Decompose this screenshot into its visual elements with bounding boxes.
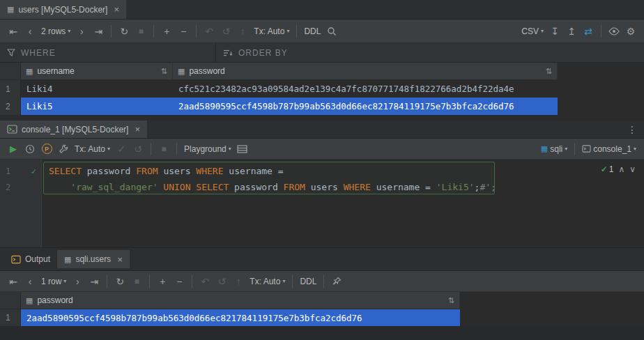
previous-page-button[interactable]: ‹ xyxy=(22,274,38,289)
rows-count-label: 2 rows xyxy=(41,26,66,36)
order-by-icon xyxy=(223,49,233,57)
add-row-button[interactable]: + xyxy=(155,274,170,289)
sort-toggle-icon[interactable]: ⇅ xyxy=(546,67,552,76)
export-format-selector[interactable]: CSV ▾ xyxy=(519,24,546,39)
submit-icon[interactable]: ↑ xyxy=(231,274,246,289)
order-by-input[interactable] xyxy=(238,48,637,58)
revert-icon[interactable]: ↶ xyxy=(197,274,213,289)
cell-username[interactable]: Liki5 xyxy=(21,98,173,115)
sort-toggle-icon[interactable]: ⇅ xyxy=(161,67,167,76)
parameters-icon[interactable]: P xyxy=(39,141,54,157)
rollback-icon[interactable]: ↺ xyxy=(130,141,146,157)
submit-icon[interactable]: ↑ xyxy=(235,24,250,39)
settings-gear-icon[interactable]: ⚙ xyxy=(623,24,638,39)
sql-line-1[interactable]: SELECT password FROM users WHERE usernam… xyxy=(42,163,644,179)
tx-mode-selector[interactable]: Tx: Auto ▾ xyxy=(252,24,291,39)
delete-row-button[interactable]: − xyxy=(176,24,191,39)
reload-data-icon[interactable]: ↻ xyxy=(116,24,132,39)
data-grid-toolbar: ⇤ ‹ 2 rows ▾ › ⇥ ↻ ■ + − ↶ ↺ ↑ Tx: Auto … xyxy=(0,20,644,43)
sql-keyword: SELECT xyxy=(49,166,82,176)
sort-toggle-icon[interactable]: ⇅ xyxy=(448,296,454,305)
chevron-down-icon: ▾ xyxy=(634,146,636,152)
schema-label: sqli xyxy=(550,144,562,154)
sql-line-2[interactable]: 'raw_sql_danger' UNION SELECT password F… xyxy=(42,179,644,195)
tab-console-1[interactable]: console_1 [MySQL5-Docker] × xyxy=(0,121,147,138)
page-size-selector[interactable]: 1 row ▾ xyxy=(39,274,68,289)
commit-icon[interactable]: ✓ xyxy=(114,141,129,157)
stop-icon[interactable]: ■ xyxy=(133,24,148,39)
result-grid-empty-area xyxy=(0,326,644,340)
schema-selector[interactable]: ▦ sqli ▾ xyxy=(539,141,569,157)
tab-result-sqli-users[interactable]: ▦ sqli.users × xyxy=(57,250,130,268)
export-data-icon[interactable]: ↧ xyxy=(547,24,562,39)
code-area[interactable]: SELECT password FROM users WHERE usernam… xyxy=(42,160,644,247)
in-editor-results-icon[interactable] xyxy=(235,141,250,157)
column-header-password[interactable]: ▦ password ⇅ xyxy=(21,292,460,309)
cell-password[interactable]: 2aad5890595ccf4598b787b99ab563d0d66ec821… xyxy=(21,309,460,326)
statement-count: 1 xyxy=(609,164,614,174)
add-row-button[interactable]: + xyxy=(159,24,174,39)
execute-button[interactable]: ▶ xyxy=(6,141,21,157)
rows-count-label: 1 row xyxy=(41,277,61,286)
rollback-icon[interactable]: ↺ xyxy=(214,274,229,289)
rollback-icon[interactable]: ↺ xyxy=(218,24,233,39)
revert-icon[interactable]: ↶ xyxy=(201,24,217,39)
next-result-icon[interactable]: ∨ xyxy=(629,164,636,174)
stop-icon[interactable]: ■ xyxy=(129,274,144,289)
console-icon xyxy=(582,145,591,153)
first-page-button[interactable]: ⇤ xyxy=(6,24,21,39)
cell-username[interactable]: Liki4 xyxy=(21,80,173,98)
last-page-button[interactable]: ⇥ xyxy=(91,24,106,39)
settings-wrench-icon[interactable] xyxy=(56,141,71,157)
ddl-button[interactable]: DDL xyxy=(302,24,323,39)
result-table-row-selected[interactable]: 1 2aad5890595ccf4598b787b99ab563d0d66ec8… xyxy=(0,309,460,326)
previous-result-icon[interactable]: ∧ xyxy=(618,164,624,174)
delete-row-button[interactable]: − xyxy=(171,274,187,289)
session-selector[interactable]: console_1 ▾ xyxy=(580,141,638,157)
sql-comment: #'; xyxy=(480,182,496,192)
sql-editor[interactable]: 1 ✓ 2 SELECT password FROM users WHERE u… xyxy=(0,160,644,247)
table-row-selected[interactable]: 2 Liki5 2aad5890595ccf4598b787b99ab563d0… xyxy=(0,98,558,115)
search-icon[interactable] xyxy=(324,24,339,39)
data-transfer-icon[interactable]: ⇄ xyxy=(581,24,596,39)
next-page-button[interactable]: › xyxy=(74,24,89,39)
table-row[interactable]: 1 Liki4 cfc521c23482ac93a09584ad2e139c4a… xyxy=(0,80,558,98)
ddl-button[interactable]: DDL xyxy=(298,274,319,289)
tx-mode-selector[interactable]: Tx: Auto ▾ xyxy=(247,274,287,289)
cell-password[interactable]: 2aad5890595ccf4598b787b99ab563d0d66ec821… xyxy=(173,98,558,115)
gutter-line: 1 ✓ xyxy=(0,163,41,179)
more-options-kebab-icon[interactable]: ⋮ xyxy=(620,124,644,135)
tab-label: Output xyxy=(25,254,50,264)
column-header-username[interactable]: ▦ username ⇅ xyxy=(21,63,173,79)
toolbar-separator xyxy=(111,25,112,38)
previous-page-button[interactable]: ‹ xyxy=(22,24,38,39)
schema-icon: ▦ xyxy=(541,144,548,153)
view-options-eye-icon[interactable] xyxy=(606,24,622,39)
sql-identifier: username = xyxy=(371,182,436,192)
close-icon[interactable]: × xyxy=(114,5,119,14)
import-data-icon[interactable]: ↥ xyxy=(564,24,579,39)
close-icon[interactable]: × xyxy=(117,255,123,264)
order-by-area xyxy=(216,43,644,62)
sql-string: 'raw_sql_danger' xyxy=(70,182,158,192)
where-filter-input[interactable] xyxy=(21,48,208,58)
column-label: password xyxy=(37,295,72,305)
tx-mode-selector[interactable]: Tx: Auto ▾ xyxy=(72,141,112,157)
first-page-button[interactable]: ⇤ xyxy=(6,274,21,289)
tab-label: sqli.users xyxy=(75,254,111,264)
close-icon[interactable]: × xyxy=(135,125,140,134)
tab-output[interactable]: Output xyxy=(4,250,57,268)
pin-tab-icon[interactable] xyxy=(329,274,344,289)
tab-users-table[interactable]: ▦ users [MySQL5-Docker] × xyxy=(0,0,126,19)
column-header-password[interactable]: ▦ password ⇅ xyxy=(173,63,558,79)
last-page-button[interactable]: ⇥ xyxy=(86,274,102,289)
sql-keyword: FROM xyxy=(136,166,158,176)
stop-icon[interactable]: ■ xyxy=(156,141,171,157)
next-page-button[interactable]: › xyxy=(70,274,85,289)
execution-history-icon[interactable] xyxy=(22,141,38,157)
playground-mode-selector[interactable]: Playground ▾ xyxy=(182,141,233,157)
cell-password[interactable]: cfc521c23482ac93a09584ad2e139c4a7fc87077… xyxy=(173,80,558,98)
page-size-selector[interactable]: 2 rows ▾ xyxy=(39,24,72,39)
reload-data-icon[interactable]: ↻ xyxy=(112,274,128,289)
toolbar-separator xyxy=(107,275,107,288)
